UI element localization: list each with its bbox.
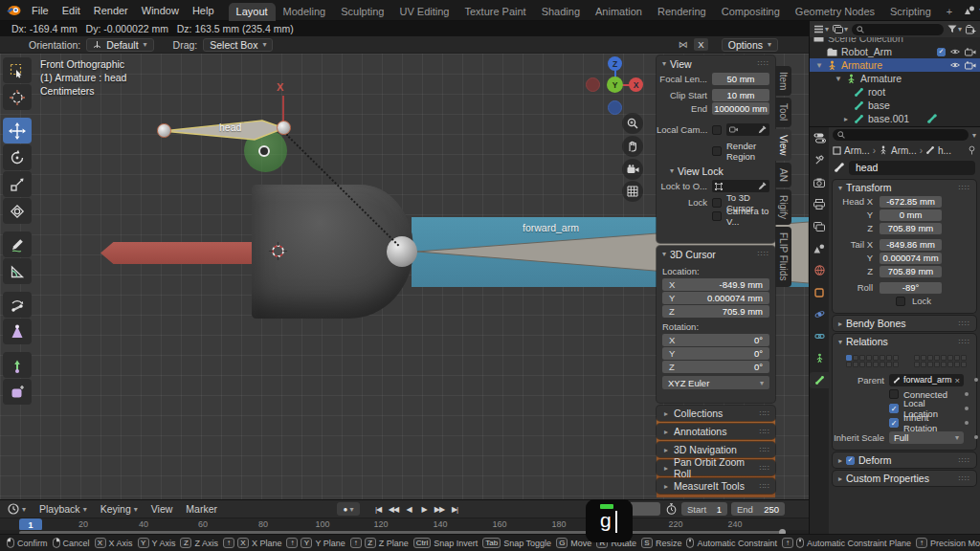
connected-checkbox[interactable] xyxy=(889,389,899,399)
drag-grip-icon[interactable]: ∷∷ xyxy=(760,482,769,491)
tab-layout[interactable]: Layout xyxy=(229,3,276,21)
tab-render-props[interactable] xyxy=(810,174,829,190)
bone-layers-grid[interactable] xyxy=(846,355,969,367)
animate-dot[interactable] xyxy=(974,435,978,439)
tool-select-box[interactable] xyxy=(3,57,32,83)
local-camera-field[interactable] xyxy=(726,123,769,136)
joint-sphere[interactable] xyxy=(387,236,417,267)
clip-start-field[interactable]: 10 mm xyxy=(712,89,769,101)
collapse-icon[interactable]: ▼ xyxy=(815,61,823,70)
drag-dropdown[interactable]: Select Box ▾ xyxy=(203,38,273,52)
drag-grip-icon[interactable]: ∷∷ xyxy=(959,338,970,346)
tool-rotate[interactable] xyxy=(3,144,32,170)
outliner-search-input[interactable] xyxy=(852,24,944,35)
lock-to-cursor-checkbox[interactable] xyxy=(712,198,722,208)
scene-selector[interactable]: ▾ Scene × xyxy=(960,4,980,17)
row-armature-object[interactable]: ▼ Armature xyxy=(810,58,980,72)
display-mode-dropdown[interactable]: ▾ xyxy=(813,25,829,33)
tail-x-field[interactable]: -849.86 mm xyxy=(880,239,942,251)
gizmo-y-axis[interactable]: Y xyxy=(607,77,623,93)
tool-bone-roll[interactable] xyxy=(3,292,32,318)
view-lock-header[interactable]: ▾ View Lock xyxy=(657,163,775,179)
camera-to-view-checkbox[interactable] xyxy=(712,211,722,221)
new-collection-button[interactable] xyxy=(966,25,976,34)
editor-type-button[interactable] xyxy=(810,130,829,146)
orthographic-grid-button[interactable] xyxy=(622,181,643,202)
eye-icon[interactable] xyxy=(949,48,961,55)
3d-cursor-panel-header[interactable]: ▾ 3D Cursor ∷∷ xyxy=(657,246,775,262)
next-keyframe-button[interactable]: ▶▶ xyxy=(433,502,446,516)
focal-length-field[interactable]: 50 mm xyxy=(712,73,769,85)
playback-menu[interactable]: Playback▾ xyxy=(39,503,87,515)
tool-measure[interactable] xyxy=(3,258,32,284)
play-button[interactable]: ▶ xyxy=(417,502,431,516)
orientation-dropdown[interactable]: Default ▾ xyxy=(86,38,153,52)
bendy-bones-panel[interactable]: ▸Bendy Bones∷∷ xyxy=(833,316,976,331)
lock-checkbox[interactable] xyxy=(896,297,905,306)
deform-panel[interactable]: ▸✓Deform∷∷ xyxy=(833,452,976,468)
clear-icon[interactable]: × xyxy=(954,375,960,386)
drag-grip-icon[interactable]: ∷∷ xyxy=(760,428,769,436)
3d-viewport[interactable]: forward_arm X head Front Orthographic (1… xyxy=(0,54,809,499)
tab-scene-props[interactable] xyxy=(810,240,829,256)
tab-viewlayer-props[interactable] xyxy=(810,218,829,234)
drag-grip-icon[interactable]: ∷∷ xyxy=(959,474,970,483)
bone-head-joint[interactable] xyxy=(277,121,291,135)
cursor-rot-x-field[interactable]: X0° xyxy=(662,334,769,346)
lock-to-object-field[interactable] xyxy=(712,180,769,192)
breadcrumb-data[interactable]: Arm... xyxy=(891,145,917,156)
menu-window[interactable]: Window xyxy=(135,3,186,18)
cursor-rot-z-field[interactable]: Z0° xyxy=(662,361,769,373)
pan-orbit-zoom-roll-panel[interactable]: ▸Pan Orbit Zoom Roll∷∷ xyxy=(657,460,775,475)
inherit-scale-dropdown[interactable]: Full ▾ xyxy=(889,431,964,444)
tool-annotate[interactable] xyxy=(3,231,32,257)
expand-icon[interactable]: ▸ xyxy=(842,115,850,123)
row-robot-arm-collection[interactable]: Robot_Arm ✓ xyxy=(810,45,980,58)
play-reverse-button[interactable]: ◀ xyxy=(402,502,415,516)
robot-arm-red-segment[interactable] xyxy=(100,242,261,264)
tab-an[interactable]: AN xyxy=(775,163,791,187)
tab-shading[interactable]: Shading xyxy=(534,3,588,21)
3d-navigation-panel[interactable]: ▸3D Navigation∷∷ xyxy=(657,442,775,457)
tab-object-props[interactable] xyxy=(810,284,829,300)
animate-dot[interactable] xyxy=(965,421,969,425)
row-bone-base[interactable]: base xyxy=(810,99,980,112)
filter-id-dropdown[interactable]: ▾ xyxy=(833,25,848,33)
tool-extrude-bone[interactable] xyxy=(3,352,32,378)
jump-to-end-button[interactable]: ▶| xyxy=(448,502,461,516)
tool-bone-primitive[interactable] xyxy=(3,379,32,405)
properties-search-input[interactable] xyxy=(833,129,969,141)
tool-move[interactable] xyxy=(3,118,32,143)
animate-dot[interactable] xyxy=(974,378,978,382)
blender-logo-icon[interactable] xyxy=(6,5,21,16)
breadcrumb-bone[interactable]: h... xyxy=(938,145,951,156)
stopwatch-icon[interactable] xyxy=(666,503,677,515)
tab-view[interactable]: View xyxy=(775,129,791,162)
tab-flip-fluids[interactable]: FLIP Fluids xyxy=(775,227,791,286)
tool-bone-envelope[interactable] xyxy=(3,319,32,344)
filter-funnel-dropdown[interactable]: ▾ xyxy=(947,25,962,33)
parent-field[interactable]: forward_arm × xyxy=(889,374,964,386)
drag-grip-icon[interactable]: ∷∷ xyxy=(760,409,769,418)
row-bone-base-001[interactable]: ▸ base.001 xyxy=(810,112,980,125)
tab-texture-paint[interactable]: Texture Paint xyxy=(457,3,533,21)
breadcrumb-object[interactable]: Arm... xyxy=(844,145,870,156)
start-frame-field[interactable]: Start 1 xyxy=(681,502,727,516)
tab-sculpting[interactable]: Sculpting xyxy=(333,3,391,21)
tool-scale[interactable] xyxy=(3,171,32,197)
marker-menu[interactable]: Marker xyxy=(186,503,217,515)
exclude-checkbox[interactable]: ✓ xyxy=(937,48,946,56)
measureit-tools-panel[interactable]: ▸MeasureIt Tools∷∷ xyxy=(657,478,775,494)
tab-add-workspace[interactable]: + xyxy=(939,3,960,21)
chevron-down-icon[interactable]: ▾ xyxy=(972,131,976,140)
local-camera-checkbox[interactable] xyxy=(712,125,722,135)
tool-cursor[interactable] xyxy=(3,84,32,110)
gizmo-x-axis[interactable]: X xyxy=(629,77,643,92)
menu-render[interactable]: Render xyxy=(87,3,135,18)
cursor-rot-y-field[interactable]: Y0° xyxy=(662,347,769,360)
custom-properties-panel[interactable]: ▸Custom Properties∷∷ xyxy=(833,471,976,486)
drag-grip-icon[interactable]: ∷∷ xyxy=(959,320,970,328)
eye-icon[interactable] xyxy=(949,61,961,69)
rotation-mode-dropdown[interactable]: XYZ Euler▾ xyxy=(662,376,769,389)
tab-compositing[interactable]: Compositing xyxy=(714,3,788,21)
